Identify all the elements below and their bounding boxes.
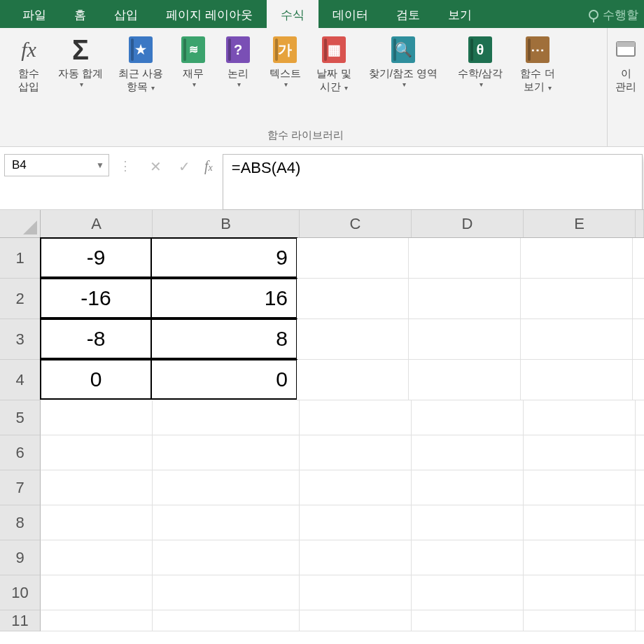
cell-e9[interactable]: [524, 540, 636, 575]
cell-e4[interactable]: [521, 360, 633, 400]
cell-a5[interactable]: [41, 400, 153, 435]
recently-used-button[interactable]: ★ 최근 사용 항목 ▾: [111, 31, 171, 94]
date-time-button[interactable]: ▦ 날짜 및 시간 ▾: [309, 31, 358, 94]
name-box[interactable]: B4 ▼: [4, 154, 109, 176]
cell[interactable]: [636, 400, 644, 435]
cell-c10[interactable]: [300, 575, 412, 610]
cell-d4[interactable]: [409, 360, 521, 400]
tab-insert[interactable]: 삽입: [100, 0, 152, 28]
cell-b3[interactable]: 8: [150, 318, 298, 359]
row-header-11[interactable]: 11: [0, 610, 41, 631]
cell-d3[interactable]: [409, 319, 521, 360]
cell-c6[interactable]: [300, 435, 412, 470]
cell-c9[interactable]: [300, 540, 412, 575]
tab-tell-me[interactable]: 수행할: [575, 0, 644, 28]
cell-e8[interactable]: [524, 505, 636, 540]
cell-d5[interactable]: [412, 400, 524, 435]
column-header-e[interactable]: E: [524, 210, 636, 237]
row-header-1[interactable]: 1: [0, 238, 41, 279]
cell-a10[interactable]: [41, 575, 153, 610]
cell[interactable]: [636, 435, 644, 470]
cell-b7[interactable]: [153, 470, 300, 505]
cell-e11[interactable]: [524, 610, 636, 631]
cell-e6[interactable]: [524, 435, 636, 470]
cell-b1[interactable]: 9: [150, 237, 298, 278]
cell-b5[interactable]: [153, 400, 300, 435]
column-header-c[interactable]: C: [300, 210, 412, 237]
cell-d7[interactable]: [412, 470, 524, 505]
cell[interactable]: [636, 540, 644, 575]
insert-function-button[interactable]: fx 함수 삽입: [7, 31, 50, 94]
cell-c1[interactable]: [297, 238, 409, 279]
cell-a2[interactable]: -16: [40, 278, 152, 318]
cell-d10[interactable]: [412, 575, 524, 610]
cell-d11[interactable]: [412, 610, 524, 631]
cancel-formula-button[interactable]: ✕: [141, 154, 170, 175]
cell-a3[interactable]: -8: [40, 318, 152, 359]
row-header-3[interactable]: 3: [0, 319, 41, 360]
cell-e10[interactable]: [524, 575, 636, 610]
row-header-9[interactable]: 9: [0, 540, 41, 575]
tab-review[interactable]: 검토: [382, 0, 434, 28]
cell-a6[interactable]: [41, 435, 153, 470]
cell-e5[interactable]: [524, 400, 636, 435]
cell-b2[interactable]: 16: [150, 278, 298, 318]
cell-c5[interactable]: [300, 400, 412, 435]
cell-b11[interactable]: [153, 610, 300, 631]
cell-e3[interactable]: [521, 319, 633, 360]
cell-c7[interactable]: [300, 470, 412, 505]
row-header-5[interactable]: 5: [0, 400, 41, 435]
cell-a1[interactable]: -9: [40, 237, 152, 278]
cell[interactable]: [636, 575, 644, 610]
tab-home[interactable]: 홈: [60, 0, 100, 28]
cell-a8[interactable]: [41, 505, 153, 540]
cell-d8[interactable]: [412, 505, 524, 540]
cell-e7[interactable]: [524, 470, 636, 505]
text-button[interactable]: 가 텍스트 ▾: [260, 31, 309, 89]
cell-d2[interactable]: [409, 279, 521, 319]
cell-c4[interactable]: [297, 360, 409, 400]
cell[interactable]: [636, 610, 644, 631]
tab-formulas[interactable]: 수식: [267, 0, 318, 28]
cell-a4[interactable]: 0: [40, 359, 152, 400]
select-all-button[interactable]: [0, 210, 41, 237]
column-header-d[interactable]: D: [412, 210, 524, 237]
cell[interactable]: [633, 360, 644, 400]
autosum-button[interactable]: Σ 자동 합계 ▾: [50, 31, 111, 89]
tab-page-layout[interactable]: 페이지 레이아웃: [152, 0, 267, 28]
cell[interactable]: [633, 238, 644, 279]
math-trig-button[interactable]: θ 수학/삼각 ▾: [448, 31, 512, 89]
cell-b9[interactable]: [153, 540, 300, 575]
cell-d9[interactable]: [412, 540, 524, 575]
cell-b6[interactable]: [153, 435, 300, 470]
financial-button[interactable]: ≋ 재무 ▾: [171, 31, 216, 89]
cell-c3[interactable]: [297, 319, 409, 360]
formula-bar[interactable]: =ABS(A4): [223, 154, 643, 210]
cell-d1[interactable]: [409, 238, 521, 279]
cell-d6[interactable]: [412, 435, 524, 470]
cell-a11[interactable]: [41, 610, 153, 631]
cell-c8[interactable]: [300, 505, 412, 540]
row-header-4[interactable]: 4: [0, 360, 41, 400]
row-header-7[interactable]: 7: [0, 470, 41, 505]
tab-view[interactable]: 보기: [434, 0, 486, 28]
cell[interactable]: [633, 319, 644, 360]
cell[interactable]: [636, 505, 644, 540]
cell[interactable]: [636, 470, 644, 505]
more-functions-button[interactable]: ⋯ 함수 더 보기 ▾: [512, 31, 563, 94]
enter-formula-button[interactable]: ✓: [170, 154, 199, 175]
row-header-10[interactable]: 10: [0, 575, 41, 610]
cell[interactable]: [633, 279, 644, 319]
cell-e2[interactable]: [521, 279, 633, 319]
cell-c2[interactable]: [297, 279, 409, 319]
cell-e1[interactable]: [521, 238, 633, 279]
name-manager-button[interactable]: 이 관리: [610, 31, 641, 94]
column-header-a[interactable]: A: [41, 210, 153, 237]
cell-b8[interactable]: [153, 505, 300, 540]
tab-file[interactable]: 파일: [8, 0, 60, 28]
insert-function-fx-button[interactable]: fx: [199, 154, 223, 174]
logical-button[interactable]: ? 논리 ▾: [216, 31, 260, 89]
tab-data[interactable]: 데이터: [318, 0, 382, 28]
row-header-2[interactable]: 2: [0, 279, 41, 319]
cell-b4[interactable]: 0: [150, 359, 298, 400]
